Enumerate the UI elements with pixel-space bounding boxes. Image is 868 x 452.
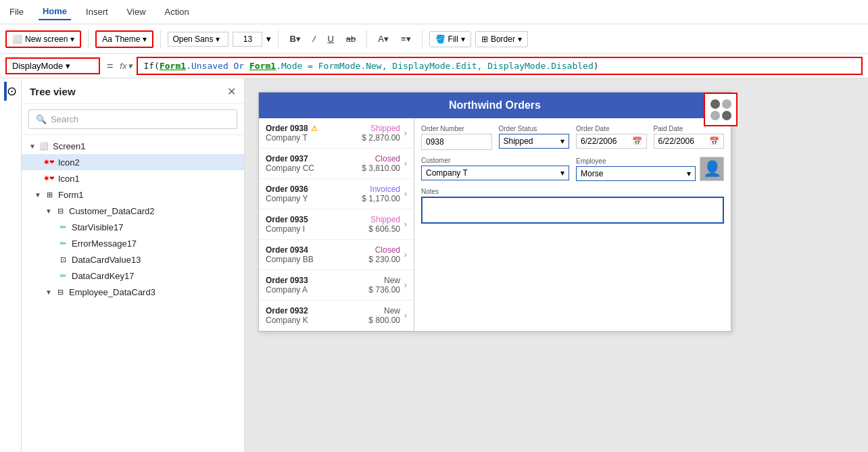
italic-button[interactable]: / (309, 31, 320, 47)
menu-file[interactable]: File (5, 4, 28, 20)
theme-button[interactable]: Aa Theme ▾ (95, 30, 153, 48)
border-button[interactable]: ⊞ Border ▾ (475, 31, 528, 47)
tree-item-DataCardValue13[interactable]: ⊡ DataCardValue13 (22, 251, 244, 268)
order-detail: Order Number 0938 Order Status Shipped ▾… (414, 118, 731, 331)
tree-close-button[interactable]: ✕ (227, 85, 236, 98)
font-color-button[interactable]: A▾ (374, 31, 393, 47)
chevron-down-icon-prop: ▾ (66, 61, 70, 71)
tree-label-StarVisible17: StarVisible17 (72, 222, 123, 232)
order-item-0935[interactable]: Order 0935 Company I Shipped $ 606.50 › (259, 209, 414, 240)
expand-arrow-datacard2[interactable]: ▼ (43, 205, 54, 216)
tree-label-Employee-DataCard3: Employee_DataCard3 (69, 287, 155, 297)
sidebar-toggle-btn[interactable]: ⊙ (4, 84, 17, 99)
tree-label-Form1: Form1 (58, 190, 84, 200)
formula-input[interactable]: If(Form1.Unsaved Or Form1.Mode = FormMod… (137, 57, 863, 75)
tree-label-Icon1: Icon1 (58, 174, 80, 184)
order-date-label: Order Date (576, 125, 647, 132)
chevron-down-icon-fx: ▾ (128, 61, 132, 71)
align-button[interactable]: ≡▾ (397, 31, 415, 47)
property-dropdown[interactable]: DisplayMode ▾ (5, 57, 100, 74)
customer-dropdown[interactable]: Company T ▾ (421, 166, 569, 180)
employee-dropdown[interactable]: Morse ▾ (576, 166, 696, 181)
chevron-down-icon: ▾ (70, 34, 74, 44)
edit-icon-key: ✏ (57, 270, 69, 282)
app-preview: Northwind Orders O (258, 92, 731, 332)
employee-field: Employee Morse ▾ 👤 (576, 157, 724, 181)
tree-label-Icon2: Icon2 (58, 157, 80, 168)
order-status-label: Order Status (499, 125, 570, 132)
tree-item-Icon2[interactable]: ✱❤ Icon2 (22, 154, 244, 170)
detail-row-1: Order Number 0938 Order Status Shipped ▾… (421, 125, 724, 150)
expand-arrow-Form1[interactable]: ▼ (32, 189, 43, 200)
order-item-0938[interactable]: Order 0938⚠ Company T Shipped $ 2,870.00… (259, 118, 414, 149)
toolbar: ⬜ New screen ▾ Aa Theme ▾ Open Sans ▾ 13… (0, 24, 868, 54)
order-item-0934[interactable]: Order 0934 Company BB Closed $ 230.00 › (259, 240, 414, 270)
underline-button[interactable]: U (323, 31, 337, 47)
tree-content: ▼ ⬜ Screen1 ✱❤ Icon2 ✱❤ Icon1 ▼ (22, 135, 244, 452)
tree-item-Form1[interactable]: ▼ ⊞ Form1 (22, 186, 244, 203)
edit-icon-star: ✏ (57, 221, 69, 233)
icon-widget[interactable] (704, 93, 738, 126)
expand-arrow-employee[interactable]: ▼ (43, 286, 54, 297)
notes-label: Notes (421, 188, 724, 195)
icon-circle-1 (710, 99, 720, 109)
app-header: Northwind Orders (259, 93, 731, 118)
bold-button[interactable]: B▾ (285, 31, 304, 47)
notes-input[interactable] (421, 197, 724, 224)
icon1-icons: ✱❤ (43, 172, 55, 184)
tree-item-DataCardKey17[interactable]: ✏ DataCardKey17 (22, 268, 244, 284)
chevron-0936: › (404, 189, 407, 199)
tree-panel: Tree view ✕ 🔍 Search ▼ ⬜ Screen1 ✱❤ Icon… (22, 78, 245, 452)
order-status-field: Order Status Shipped ▾ (499, 125, 570, 150)
customer-label: Customer (421, 157, 569, 164)
font-size-input[interactable]: 13 (233, 32, 262, 47)
chevron-status: ▾ (560, 136, 564, 146)
chevron-down-icon-font[interactable]: ▾ (266, 34, 271, 44)
order-date-field: Order Date 6/22/2006 📅 (576, 125, 647, 150)
tree-item-Customer-DataCard2[interactable]: ▼ ⊟ Customer_DataCard2 (22, 203, 244, 219)
edit-icon-error: ✏ (57, 237, 69, 249)
formula-bar: DisplayMode ▾ = fx ▾ If(Form1.Unsaved Or… (0, 54, 868, 78)
paid-date-value[interactable]: 6/22/2006 📅 (654, 134, 725, 149)
tree-item-ErrorMessage17[interactable]: ✏ ErrorMessage17 (22, 235, 244, 251)
expand-arrow-Icon1 (38, 173, 43, 184)
order-number-value[interactable]: 0938 (421, 134, 492, 150)
tree-item-StarVisible17[interactable]: ✏ StarVisible17 (22, 219, 244, 235)
layers-icon: ⊙ (7, 84, 17, 99)
chevron-down-icon-4: ▾ (461, 34, 465, 44)
menu-view[interactable]: View (123, 4, 150, 20)
expand-arrow-Screen1[interactable]: ▼ (27, 141, 38, 151)
chevron-0932: › (404, 311, 407, 320)
menu-home[interactable]: Home (39, 3, 71, 20)
order-item-0933[interactable]: Order 0933 Company A New $ 736.00 › (259, 270, 414, 301)
icon-circle-4 (722, 111, 731, 120)
datacard-icon-2: ⊟ (54, 286, 66, 298)
order-date-value[interactable]: 6/22/2006 📅 (576, 134, 647, 149)
calendar-icon-paid[interactable]: 📅 (709, 136, 719, 146)
chevron-customer: ▾ (560, 168, 564, 178)
tree-item-Screen1[interactable]: ▼ ⬜ Screen1 (22, 138, 244, 154)
calendar-icon-date[interactable]: 📅 (632, 136, 642, 146)
order-item-0937[interactable]: Order 0937 Company CC Closed $ 3,810.00 … (259, 149, 414, 179)
person-icon: 👤 (703, 160, 721, 178)
menu-action[interactable]: Action (161, 4, 193, 20)
order-item-0936[interactable]: Order 0936 Company Y Invoiced $ 1,170.00… (259, 179, 414, 209)
new-screen-button[interactable]: ⬜ New screen ▾ (5, 30, 81, 48)
detail-row-notes: Notes (421, 188, 724, 224)
tree-search-area: 🔍 Search (22, 104, 244, 135)
screen-icon: ⬜ (38, 140, 50, 152)
menu-bar: File Home Insert View Action (0, 0, 868, 24)
strikethrough-button[interactable]: ab (342, 31, 360, 47)
font-family-dropdown[interactable]: Open Sans ▾ (168, 32, 228, 47)
menu-insert[interactable]: Insert (82, 4, 112, 20)
equals-sign: = (104, 60, 116, 72)
tree-item-Icon1[interactable]: ✱❤ Icon1 (22, 170, 244, 186)
fx-button[interactable]: fx ▾ (120, 61, 132, 71)
search-input[interactable]: 🔍 Search (28, 109, 237, 129)
order-status-dropdown[interactable]: Shipped ▾ (499, 134, 570, 149)
tree-item-Employee-DataCard3[interactable]: ▼ ⊟ Employee_DataCard3 (22, 284, 244, 300)
fill-button[interactable]: 🪣 Fill ▾ (429, 31, 471, 47)
order-item-0932[interactable]: Order 0932 Company K New $ 800.00 › (259, 301, 414, 331)
tree-header: Tree view ✕ (22, 78, 244, 104)
tree-title: Tree view (30, 86, 76, 97)
